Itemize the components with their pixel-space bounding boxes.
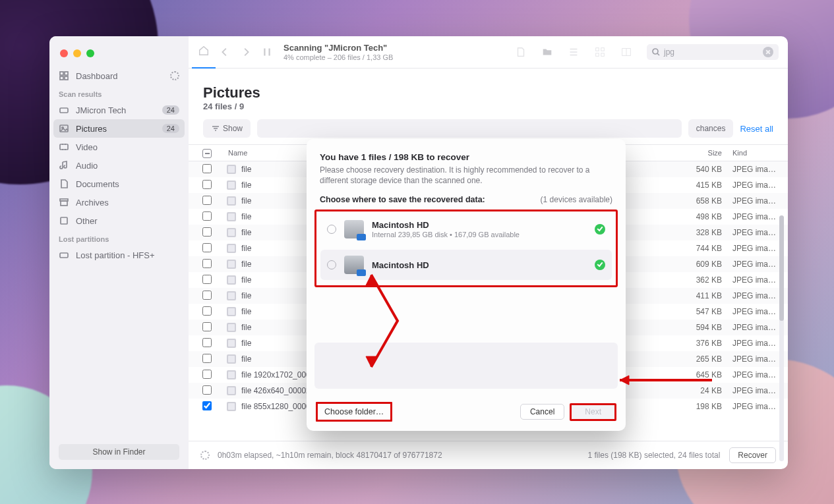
scrollbar[interactable] xyxy=(779,215,784,461)
thumbnail-icon xyxy=(227,260,236,269)
filter-icon xyxy=(211,125,219,132)
file-size: 498 KB xyxy=(663,212,729,221)
page-title: Pictures xyxy=(203,84,773,101)
thumbnail-icon xyxy=(227,196,236,206)
choose-folder-button[interactable]: Choose folder… xyxy=(316,402,392,422)
file-kind: JPEG ima… xyxy=(729,181,788,190)
other-icon xyxy=(59,215,69,226)
success-icon xyxy=(595,260,605,270)
show-in-finder-button[interactable]: Show in Finder xyxy=(59,444,179,460)
svg-rect-9 xyxy=(61,201,67,206)
file-size: 594 KB xyxy=(663,323,729,332)
audio-icon xyxy=(59,160,69,171)
sidebar-item-archives[interactable]: Archives xyxy=(49,193,189,211)
row-checkbox[interactable] xyxy=(202,164,212,173)
count-badge: 24 xyxy=(162,105,179,115)
toolbar: Scanning "JMicron Tech" 4% complete – 20… xyxy=(189,36,788,69)
row-checkbox[interactable] xyxy=(202,180,212,189)
reset-all-link[interactable]: Reset all xyxy=(740,124,773,134)
search-input[interactable]: jpg xyxy=(647,44,779,60)
drive-icon xyxy=(59,250,69,260)
deselect-all-icon[interactable] xyxy=(202,149,212,158)
radio-icon[interactable] xyxy=(327,260,336,269)
file-size: 540 KB xyxy=(663,165,729,174)
sidebar-item-documents[interactable]: Documents xyxy=(49,175,189,193)
svg-rect-14 xyxy=(596,53,599,57)
radio-icon[interactable] xyxy=(327,225,336,234)
row-checkbox[interactable] xyxy=(202,291,212,300)
show-filter[interactable]: Show xyxy=(203,119,251,138)
row-checkbox[interactable] xyxy=(202,354,212,363)
thumbnail-icon xyxy=(227,354,236,364)
row-checkbox[interactable] xyxy=(202,385,212,395)
file-size: 198 KB xyxy=(663,402,729,411)
sidebar-section-lost-partitions: Lost partitions xyxy=(49,230,189,246)
sidebar-item-jmicron[interactable]: JMicron Tech 24 xyxy=(49,101,189,119)
sidebar-item-label: Documents xyxy=(76,179,119,189)
recover-button[interactable]: Recover xyxy=(729,447,776,463)
row-checkbox[interactable] xyxy=(202,338,212,347)
chances-filter[interactable]: chances xyxy=(688,119,734,138)
app-window: Dashboard Scan results JMicron Tech 24 P… xyxy=(49,36,788,469)
scrollbar-thumb[interactable] xyxy=(779,215,784,321)
drive-icon xyxy=(59,105,69,115)
sidebar-item-label: Lost partition - HFS+ xyxy=(76,250,155,260)
row-checkbox[interactable] xyxy=(202,322,212,331)
file-size: 658 KB xyxy=(663,196,729,206)
sidebar-item-other[interactable]: Other xyxy=(49,211,189,230)
list-view-icon[interactable] xyxy=(568,46,580,58)
row-checkbox[interactable] xyxy=(202,401,212,410)
picture-icon xyxy=(59,123,69,134)
thumbnail-icon xyxy=(227,307,236,316)
thumbnail-icon xyxy=(227,244,236,253)
file-name: file xyxy=(241,196,251,206)
pause-icon[interactable] xyxy=(261,46,273,58)
row-checkbox[interactable] xyxy=(202,243,212,252)
device-count: (1 devices available) xyxy=(541,195,612,204)
thumbnail-icon xyxy=(227,275,236,285)
row-checkbox[interactable] xyxy=(202,259,212,268)
sidebar-item-audio[interactable]: Audio xyxy=(49,156,189,175)
count-badge: 24 xyxy=(162,124,179,133)
destination-detail: Internal 239,85 GB disk • 167,09 GB avai… xyxy=(372,231,520,238)
sidebar-item-pictures[interactable]: Pictures 24 xyxy=(53,119,185,138)
file-name: file xyxy=(241,212,251,221)
row-checkbox[interactable] xyxy=(202,196,212,205)
destination-option[interactable]: Macintosh HD xyxy=(320,250,612,280)
cancel-button[interactable]: Cancel xyxy=(520,404,564,420)
close-icon[interactable] xyxy=(60,49,68,57)
thumbnail-icon xyxy=(227,165,236,174)
row-checkbox[interactable] xyxy=(202,306,212,316)
column-kind[interactable]: Kind xyxy=(729,149,788,157)
row-checkbox[interactable] xyxy=(202,211,212,221)
file-name: file xyxy=(241,307,251,316)
columns-view-icon[interactable] xyxy=(620,46,632,58)
scan-status: Scanning "JMicron Tech" 4% complete – 20… xyxy=(283,43,507,61)
sidebar-item-lost-partition[interactable]: Lost partition - HFS+ xyxy=(49,246,189,264)
sidebar-item-label: Other xyxy=(76,216,98,226)
selection-text: 1 files (198 KB) selected, 24 files tota… xyxy=(588,451,721,460)
back-icon[interactable] xyxy=(219,46,231,58)
column-size[interactable]: Size xyxy=(663,149,729,157)
hdd-icon xyxy=(344,256,364,274)
clear-search-icon[interactable] xyxy=(763,47,773,57)
row-checkbox[interactable] xyxy=(202,275,212,284)
row-checkbox[interactable] xyxy=(202,370,212,379)
scan-title: Scanning "JMicron Tech" xyxy=(283,43,507,53)
minimize-icon[interactable] xyxy=(73,49,81,57)
file-size: 415 KB xyxy=(663,181,729,190)
tab-home[interactable] xyxy=(198,45,210,68)
folder-view-icon[interactable] xyxy=(541,46,553,58)
next-button[interactable]: Next xyxy=(570,403,616,421)
sidebar-item-video[interactable]: Video xyxy=(49,138,189,156)
file-name: file xyxy=(241,165,251,174)
grid-view-icon[interactable] xyxy=(594,46,606,58)
zoom-icon[interactable] xyxy=(86,49,94,57)
sidebar-item-label: Pictures xyxy=(76,124,107,134)
destination-name: Macintosh HD xyxy=(372,220,520,230)
row-checkbox[interactable] xyxy=(202,227,212,237)
sidebar-item-dashboard[interactable]: Dashboard xyxy=(49,67,189,85)
file-view-icon[interactable] xyxy=(515,46,527,58)
destination-option[interactable]: Macintosh HD Internal 239,85 GB disk • 1… xyxy=(320,214,612,244)
forward-icon[interactable] xyxy=(240,46,252,58)
